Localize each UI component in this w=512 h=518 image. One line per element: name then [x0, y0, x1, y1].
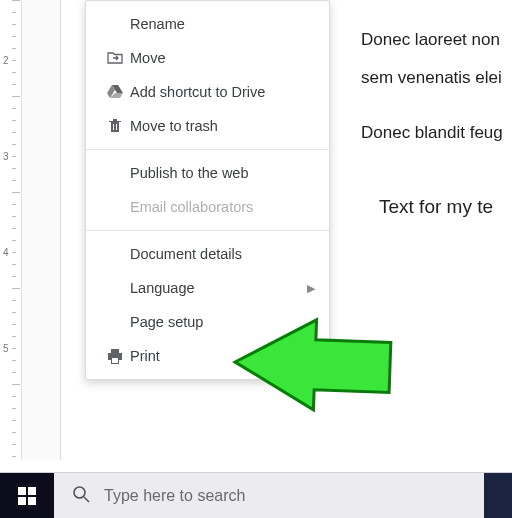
menu-separator [86, 230, 329, 231]
menu-item-add-shortcut[interactable]: Add shortcut to Drive [86, 75, 329, 109]
vertical-ruler: 2 3 4 5 [0, 0, 22, 460]
folder-move-icon [100, 51, 130, 65]
menu-item-language[interactable]: Language ▶ [86, 271, 329, 305]
windows-logo-icon [18, 487, 36, 505]
doc-text-line: sem venenatis elei [361, 68, 502, 88]
cortana-button[interactable] [484, 473, 512, 518]
drive-icon [100, 85, 130, 99]
menu-item-page-setup[interactable]: Page setup [86, 305, 329, 339]
doc-text-line: Donec laoreet non [361, 30, 500, 50]
svg-line-8 [84, 497, 89, 502]
ruler-number: 3 [3, 151, 9, 162]
menu-separator [86, 149, 329, 150]
svg-rect-0 [113, 124, 114, 130]
taskbar-search[interactable]: Type here to search [54, 473, 484, 518]
trash-icon [100, 118, 130, 134]
print-icon [100, 349, 130, 364]
search-placeholder: Type here to search [104, 487, 245, 505]
menu-label: Page setup [130, 314, 315, 330]
menu-label: Move [130, 50, 315, 66]
doc-text-line: Text for my te [379, 196, 493, 218]
ruler-number: 2 [3, 55, 9, 66]
svg-rect-5 [18, 497, 26, 505]
svg-point-7 [74, 487, 85, 498]
svg-rect-1 [116, 124, 117, 130]
menu-item-document-details[interactable]: Document details [86, 237, 329, 271]
doc-text-line: Donec blandit feug [361, 123, 503, 143]
svg-rect-3 [18, 487, 26, 495]
menu-label: Move to trash [130, 118, 315, 134]
svg-rect-6 [28, 497, 36, 505]
svg-rect-2 [112, 358, 118, 363]
spacer [0, 460, 512, 472]
start-button[interactable] [0, 473, 54, 518]
menu-label: Add shortcut to Drive [130, 84, 315, 100]
file-menu-dropdown: Rename Move Add shortcut to Drive Move t… [85, 0, 330, 380]
menu-label: Publish to the web [130, 165, 315, 181]
menu-label: Rename [130, 16, 315, 32]
menu-label: Document details [130, 246, 315, 262]
menu-label: Email collaborators [130, 199, 315, 215]
menu-item-print[interactable]: Print Ctrl+P [86, 339, 329, 373]
svg-rect-4 [28, 487, 36, 495]
menu-label: Print [130, 348, 277, 364]
shortcut-text: Ctrl+P [277, 349, 315, 364]
menu-item-move-to-trash[interactable]: Move to trash [86, 109, 329, 143]
ruler-number: 4 [3, 247, 9, 258]
menu-item-email-collaborators: Email collaborators [86, 190, 329, 224]
menu-item-move[interactable]: Move [86, 41, 329, 75]
windows-taskbar: Type here to search [0, 472, 512, 518]
menu-label: Language [130, 280, 301, 296]
menu-item-publish[interactable]: Publish to the web [86, 156, 329, 190]
submenu-arrow-icon: ▶ [307, 282, 315, 295]
search-icon [72, 485, 90, 507]
menu-item-rename[interactable]: Rename [86, 7, 329, 41]
ruler-number: 5 [3, 343, 9, 354]
